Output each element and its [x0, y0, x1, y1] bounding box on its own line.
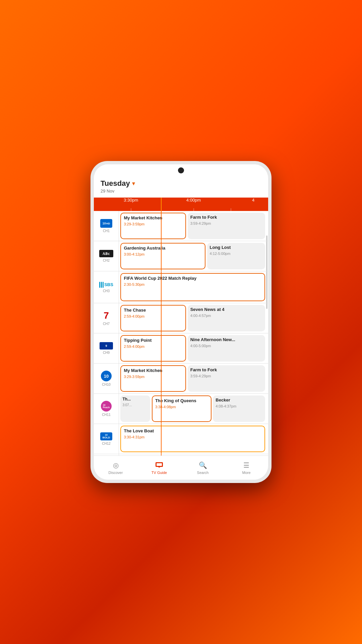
logo-abc: 𝔸𝔹𝕔 — [99, 250, 113, 257]
search-icon: 🔍 — [199, 461, 207, 469]
programs-ch9: Tipping Point 2:59-4:00pm Nine Afternoon… — [119, 333, 268, 363]
guide-content[interactable]: 10 HD CH1 My Market Kitchen 3:29-3:59pm … — [94, 211, 268, 455]
program-block[interactable]: Th... 3:07... — [120, 395, 150, 422]
day-label[interactable]: Tuesday — [101, 179, 130, 188]
channel-logo-ch3[interactable]: SBS CH3 — [94, 271, 119, 303]
channel-logo-ch1[interactable]: 10 HD CH1 — [94, 211, 119, 241]
ch7-label: CH7 — [103, 322, 110, 326]
ch12-label: CH12 — [102, 442, 111, 445]
programs-ch11: Th... 3:07... The King of Queens 3:38-4:… — [119, 394, 268, 424]
ch1-label: CH1 — [103, 229, 110, 233]
programs-ch2: Gardening Australia 3:00-4:12pm Long Los… — [119, 241, 268, 271]
nav-item-more[interactable]: ☰ More — [225, 461, 268, 475]
nav-item-search[interactable]: 🔍 Search — [181, 461, 225, 475]
date-label: 29 Nov — [101, 189, 261, 194]
logo-peach: 10Peach — [101, 401, 112, 412]
program-block[interactable]: Farm to Fork 3:59-4:29pm — [188, 365, 265, 392]
ch2-label: CH2 — [103, 259, 110, 262]
discover-icon: ◎ — [113, 461, 119, 469]
channel-logo-ch2[interactable]: 𝔸𝔹𝕔 CH2 — [94, 241, 119, 271]
program-block[interactable]: The Love Boat 3:30-4:31pm — [120, 426, 265, 452]
channel-logo-ch10[interactable]: 10 CH10 — [94, 364, 119, 393]
timeline-header: 3:30pm 4:00pm 4 — [94, 198, 268, 211]
channel-logo-ch7[interactable]: 7 CH7 — [94, 303, 119, 333]
programs-ch13: ... ... Game Shakers 3:34-4:02pm Game Sh… — [119, 454, 268, 455]
camera — [178, 167, 184, 173]
channel-row-ch2: 𝔸𝔹𝕔 CH2 Gardening Australia 3:00-4:12pm … — [94, 241, 268, 271]
program-block[interactable]: The Chase 2:59-4:00pm — [120, 305, 186, 331]
programs-ch12: The Love Boat 3:30-4:31pm — [119, 424, 268, 454]
program-block[interactable]: My Market Kitchen 3:29-3:59pm — [120, 213, 186, 239]
time-marker-430: 4 — [252, 198, 254, 203]
programs-ch10: My Market Kitchen 3:29-3:59pm Farm to Fo… — [119, 364, 268, 393]
channel-row-ch10: 10 CH10 My Market Kitchen 3:29-3:59pm Fa… — [94, 364, 268, 394]
day-dropdown-icon[interactable]: ▾ — [132, 180, 135, 187]
ch10-label: CH10 — [102, 383, 111, 386]
program-block[interactable]: FIFA World Cup 2022 Match Replay 2:30-5:… — [120, 273, 265, 301]
tvguide-icon — [155, 461, 163, 469]
channel-row-ch12: 10 BOLD CH12 The Love Boat 3:30-4:31pm — [94, 424, 268, 454]
channel-row-ch7: 7 CH7 The Chase 2:59-4:00pm Seven News a… — [94, 303, 268, 333]
logo-9: 9 — [100, 342, 113, 350]
nav-item-tvguide[interactable]: TV Guide — [137, 461, 181, 475]
channel-row-ch11: 10Peach CH11 Th... 3:07... The King of Q… — [94, 394, 268, 424]
time-marker-330: 3:30pm — [124, 198, 138, 203]
ch9-label: CH9 — [103, 351, 110, 355]
phone-screen: Tuesday ▾ 29 Nov 3:30pm 4:00pm 4 — [94, 164, 268, 480]
logo-10hd: 10 HD — [100, 219, 112, 228]
ch3-label: CH3 — [103, 289, 110, 293]
discover-label: Discover — [109, 471, 123, 475]
svg-rect-1 — [157, 463, 162, 466]
more-icon: ☰ — [243, 461, 249, 469]
notch-area — [94, 164, 268, 176]
more-label: More — [242, 471, 250, 475]
program-block[interactable]: Nine Afternoon New... 4:00-5:00pm — [188, 335, 265, 362]
programs-ch1: My Market Kitchen 3:29-3:59pm Farm to Fo… — [119, 211, 268, 241]
program-block[interactable]: Becker 4:08-4:37pm — [213, 395, 265, 422]
channel-row-ch9: 9 CH9 Tipping Point 2:59-4:00pm Nine Aft… — [94, 333, 268, 364]
program-block[interactable]: Seven News at 4 4:00-4:57pm — [188, 305, 265, 331]
logo-7: 7 — [101, 311, 111, 321]
logo-10: 10 — [101, 371, 112, 381]
program-block[interactable]: Gardening Australia 3:00-4:12pm — [120, 243, 205, 269]
nav-item-discover[interactable]: ◎ Discover — [94, 461, 137, 475]
channel-logo-ch13[interactable]: 10 SHAKE CH13 — [94, 454, 119, 455]
search-label: Search — [197, 471, 209, 475]
tvguide-label: TV Guide — [152, 471, 167, 475]
channel-row-ch3: SBS CH3 FIFA World Cup 2022 Match Replay… — [94, 271, 268, 303]
logo-bold: 10 BOLD — [100, 432, 112, 440]
program-block[interactable]: Tipping Point 2:59-4:00pm — [120, 335, 186, 362]
bottom-nav: ◎ Discover TV Guide 🔍 Search — [94, 455, 268, 480]
channel-row-ch13: 10 SHAKE CH13 ... ... Game Shakers — [94, 454, 268, 455]
logo-sbs: SBS — [99, 282, 113, 288]
guide-wrapper: 3:30pm 4:00pm 4 10 — [94, 198, 268, 455]
program-block[interactable]: Long Lost 4:12-5:00pm — [207, 243, 265, 269]
programs-ch7: The Chase 2:59-4:00pm Seven News at 4 4:… — [119, 303, 268, 333]
channel-logo-ch12[interactable]: 10 BOLD CH12 — [94, 424, 119, 454]
header: Tuesday ▾ 29 Nov — [94, 176, 268, 198]
time-marker-400: 4:00pm — [186, 198, 201, 203]
channel-logo-ch9[interactable]: 9 CH9 — [94, 333, 119, 363]
channel-row-ch1: 10 HD CH1 My Market Kitchen 3:29-3:59pm … — [94, 211, 268, 241]
ch11-label: CH11 — [102, 413, 111, 417]
program-block[interactable]: Farm to Fork 3:59-4:29pm — [188, 213, 265, 239]
phone-frame: Tuesday ▾ 29 Nov 3:30pm 4:00pm 4 — [90, 161, 272, 483]
channel-logo-ch11[interactable]: 10Peach CH11 — [94, 394, 119, 424]
programs-ch3: FIFA World Cup 2022 Match Replay 2:30-5:… — [119, 271, 268, 303]
program-block[interactable]: My Market Kitchen 3:29-3:59pm — [120, 365, 186, 392]
